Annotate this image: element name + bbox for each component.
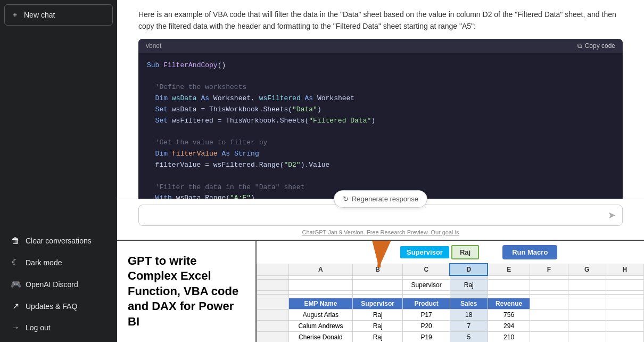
table-row[interactable] xyxy=(568,291,606,295)
table-row[interactable]: Product xyxy=(403,298,450,310)
table-row[interactable] xyxy=(568,280,606,291)
table-row[interactable]: P20 xyxy=(403,321,450,332)
send-button[interactable]: ➤ xyxy=(608,209,616,221)
table-row[interactable] xyxy=(606,275,643,280)
table-row[interactable] xyxy=(606,295,643,298)
table-row[interactable] xyxy=(289,280,353,291)
new-chat-button[interactable]: ＋ New chat xyxy=(4,4,113,26)
chat-intro-text: Here is an example of VBA code that will… xyxy=(138,9,623,32)
table-row[interactable]: Raj xyxy=(352,321,403,332)
table-row[interactable] xyxy=(606,280,643,291)
table-row[interactable] xyxy=(488,291,530,295)
table-row xyxy=(257,321,289,332)
table-row[interactable]: 5 xyxy=(450,332,488,343)
updates-label: Updates & FAQ xyxy=(26,302,77,311)
table-row[interactable]: Supervisor xyxy=(403,280,450,291)
table-row[interactable] xyxy=(530,275,568,280)
table-row[interactable] xyxy=(289,291,353,295)
table-row[interactable]: Revenue xyxy=(488,298,530,310)
table-row[interactable] xyxy=(530,332,568,343)
table-row[interactable]: Raj xyxy=(352,310,403,321)
table-row[interactable]: Sales xyxy=(450,298,488,310)
table-row[interactable] xyxy=(352,275,403,280)
table-row[interactable] xyxy=(289,275,353,280)
table-row[interactable] xyxy=(530,280,568,291)
table-row[interactable] xyxy=(530,310,568,321)
table-row[interactable] xyxy=(568,332,606,343)
col-header-f: F xyxy=(530,264,568,275)
table-row[interactable]: Calum Andrews xyxy=(289,321,353,332)
regenerate-button[interactable]: ↻ Regenerate response xyxy=(334,190,427,208)
bottom-section: GPT to write Complex Excel Function, VBA… xyxy=(117,240,644,342)
table-row[interactable] xyxy=(352,280,403,291)
table-row[interactable] xyxy=(403,291,450,295)
table-row[interactable]: 294 xyxy=(488,321,530,332)
col-header-g: G xyxy=(568,264,606,275)
table-row[interactable] xyxy=(450,291,488,295)
table-row[interactable] xyxy=(606,310,643,321)
table-row[interactable] xyxy=(606,332,643,343)
raj-cell[interactable]: Raj xyxy=(451,245,479,259)
table-row[interactable] xyxy=(606,321,643,332)
table-row[interactable] xyxy=(352,291,403,295)
copy-code-button[interactable]: ⧉ Copy code xyxy=(577,42,615,50)
table-row[interactable] xyxy=(530,321,568,332)
table-row[interactable] xyxy=(568,321,606,332)
refresh-icon: ↻ xyxy=(343,195,349,203)
moon-icon: ☾ xyxy=(11,257,20,267)
excel-grid: A B C D E F G H SupervisorRajEMP NameSup… xyxy=(257,263,644,342)
table-row xyxy=(257,275,289,280)
table-row[interactable] xyxy=(530,298,568,310)
table-row[interactable] xyxy=(488,280,530,291)
table-row[interactable] xyxy=(352,295,403,298)
table-row xyxy=(257,295,289,298)
table-row[interactable] xyxy=(403,275,450,280)
table-row[interactable]: 18 xyxy=(450,310,488,321)
sidebar-item-discord[interactable]: 🎮 OpenAI Discord xyxy=(4,274,113,295)
table-row[interactable] xyxy=(450,275,488,280)
promo-heading: GPT to write Complex Excel Function, VBA… xyxy=(128,254,245,330)
table-row[interactable]: Cherise Donald xyxy=(289,332,353,343)
table-row[interactable] xyxy=(403,295,450,298)
table-row[interactable]: P19 xyxy=(403,332,450,343)
sidebar-item-dark[interactable]: ☾ Dark mode xyxy=(4,252,113,273)
table-row[interactable] xyxy=(488,295,530,298)
message-input[interactable] xyxy=(145,211,608,219)
code-lang-label: vbnet xyxy=(146,42,161,50)
table-row[interactable]: Raj xyxy=(450,280,488,291)
table-row[interactable] xyxy=(530,291,568,295)
table-row[interactable]: 210 xyxy=(488,332,530,343)
table-row[interactable]: 756 xyxy=(488,310,530,321)
sidebar-spacer xyxy=(4,30,113,231)
table-row[interactable] xyxy=(606,291,643,295)
table-row[interactable]: Raj xyxy=(352,332,403,343)
supervisor-cell: Supervisor xyxy=(400,246,449,258)
table-row[interactable]: 7 xyxy=(450,321,488,332)
table-row xyxy=(257,332,289,343)
regenerate-label: Regenerate response xyxy=(352,195,418,203)
table-row[interactable] xyxy=(488,275,530,280)
table-row[interactable]: August Arias xyxy=(289,310,353,321)
table-row[interactable] xyxy=(568,295,606,298)
table-row[interactable] xyxy=(568,298,606,310)
table-row[interactable] xyxy=(568,310,606,321)
table-row[interactable] xyxy=(530,295,568,298)
sidebar-item-clear[interactable]: 🗑 Clear conversations xyxy=(4,231,113,251)
sidebar-bottom: 🗑 Clear conversations ☾ Dark mode 🎮 Open… xyxy=(4,231,113,338)
send-icon: ➤ xyxy=(608,210,616,221)
table-row[interactable]: Supervisor xyxy=(352,298,403,310)
sidebar-item-updates[interactable]: ↗ Updates & FAQ xyxy=(4,296,113,316)
run-macro-button[interactable]: Run Macro xyxy=(502,245,557,259)
footer-link[interactable]: ChatGPT Jan 9 Version. Free Research Pre… xyxy=(302,229,459,235)
table-row[interactable] xyxy=(289,295,353,298)
col-header-empty xyxy=(257,264,289,275)
sidebar-item-logout[interactable]: → Log out xyxy=(4,317,113,338)
excel-area: Supervisor Raj Run Macro A B C xyxy=(257,241,644,342)
table-row[interactable] xyxy=(606,298,643,310)
copy-icon: ⧉ xyxy=(577,42,582,50)
table-row[interactable]: P17 xyxy=(403,310,450,321)
dark-mode-label: Dark mode xyxy=(26,258,62,267)
table-row[interactable] xyxy=(568,275,606,280)
table-row[interactable] xyxy=(450,295,488,298)
table-row[interactable]: EMP Name xyxy=(289,298,353,310)
